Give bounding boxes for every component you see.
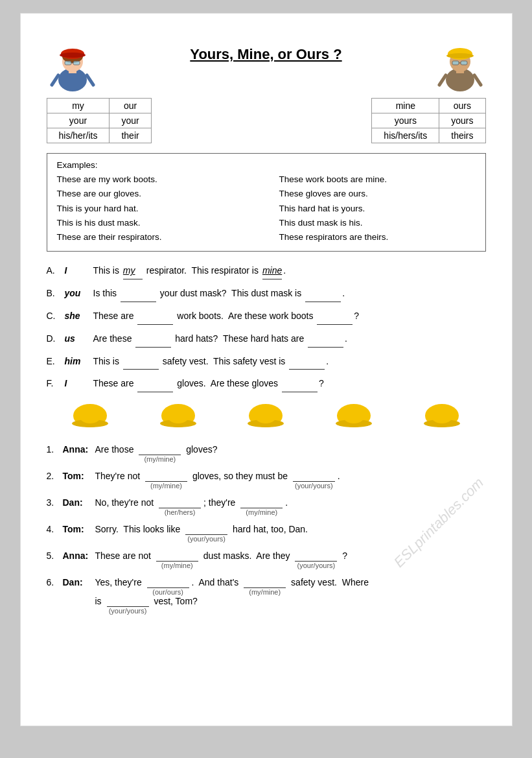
blank-d2[interactable] <box>308 331 343 348</box>
exercise-text-f: These are gloves. Are these gloves ? <box>93 376 486 392</box>
avatar-right <box>434 33 486 91</box>
pronouns-section: my our your your his/her/its their mine … <box>47 98 486 143</box>
pronoun-cell: mine <box>372 99 439 113</box>
blank-f2[interactable] <box>282 376 318 392</box>
blank-c2[interactable] <box>317 309 353 325</box>
dia-text-5: These are not (my/mine) dust masks. Are … <box>95 551 486 569</box>
svg-rect-8 <box>73 61 80 65</box>
pronoun-cell: ours <box>439 99 485 113</box>
pronoun-a: I <box>65 263 91 279</box>
blank-1a[interactable]: (my/mine) <box>137 444 182 463</box>
exercise-text-e: This is safety vest. This safety vest is… <box>93 354 486 370</box>
blank-e2[interactable] <box>289 354 325 370</box>
pronoun-b: you <box>65 286 91 302</box>
hint-3a: (her/hers) <box>165 508 196 516</box>
exercise-row-d: D. us Are these hard hats? These hard ha… <box>47 331 486 348</box>
blank-6c[interactable]: (your/yours) <box>106 596 150 615</box>
blank-2b[interactable]: (your/yours) <box>292 471 336 490</box>
dia-speaker-1: Anna: <box>63 444 95 455</box>
hardhat-5 <box>422 401 461 434</box>
exercise-row-a: A. I This is my respirator. This respira… <box>47 263 486 279</box>
blank-6a[interactable]: (our/ours) <box>146 577 191 596</box>
exercise-row-c: C. she These are work boots. Are these w… <box>47 309 486 325</box>
dia-text-6: Yes, they're (our/ours) . And that's (my… <box>95 577 486 615</box>
dialogue-row-4: 4. Tom: Sorry. This looks like (your/you… <box>47 524 486 543</box>
svg-line-11 <box>87 75 93 85</box>
fill-in-exercises: A. I This is my respirator. This respira… <box>47 263 486 392</box>
avatar-left <box>47 33 98 91</box>
pronoun-cell: our <box>110 99 151 113</box>
hint-3b: (my/mine) <box>246 508 277 516</box>
hint-6b: (my/mine) <box>249 588 281 596</box>
pronoun-cell: your <box>47 113 110 128</box>
dia-num-1: 1. <box>47 444 63 455</box>
pronoun-c: she <box>65 309 91 324</box>
dialogue-row-6: 6. Dan: Yes, they're (our/ours) . And th… <box>47 577 486 615</box>
blank-e1[interactable] <box>123 354 159 370</box>
dia-num-6: 6. <box>47 577 63 587</box>
hardhat-2 <box>159 401 198 434</box>
examples-col-left: These are my work boots. These are our g… <box>57 172 253 244</box>
hint-5b: (your/yours) <box>297 562 336 569</box>
svg-point-37 <box>430 405 454 423</box>
hardhat-row <box>47 401 486 434</box>
blank-4a[interactable]: (your/yours) <box>184 524 229 543</box>
blank-d1[interactable] <box>135 331 171 348</box>
blank-5b[interactable]: (your/yours) <box>294 551 338 569</box>
examples-columns: These are my work boots. These are our g… <box>57 172 476 244</box>
blank-b2[interactable] <box>305 286 341 302</box>
blank-5a[interactable]: (my/mine) <box>155 551 200 569</box>
dia-text-1: Are those (my/mine) gloves? <box>95 444 486 463</box>
dia-speaker-6: Dan: <box>63 577 95 587</box>
exercise-letter-f: F. <box>47 376 65 392</box>
exercise-text-a: This is my respirator. This respirator i… <box>93 263 486 279</box>
exercise-letter-e: E. <box>47 354 65 370</box>
examples-title: Examples: <box>57 160 476 170</box>
hint-5a: (my/mine) <box>161 562 193 569</box>
hint-6c: (your/yours) <box>109 607 147 615</box>
pronoun-cell: my <box>47 99 110 113</box>
pronoun-cell: their <box>110 128 151 143</box>
dia-text-3: No, they're not (her/hers) ; they're (my… <box>95 497 486 516</box>
dialogue-row-5: 5. Anna: These are not (my/mine) dust ma… <box>47 551 486 569</box>
exercise-row-b: B. you Is this your dust mask? This dust… <box>47 286 486 302</box>
blank-b1[interactable] <box>121 286 156 302</box>
pronoun-cell: his/hers/its <box>372 128 439 143</box>
blank-c1[interactable] <box>137 309 173 325</box>
exercise-letter-a: A. <box>47 263 65 279</box>
svg-point-25 <box>78 405 102 423</box>
blank-f1[interactable] <box>137 376 173 392</box>
svg-line-10 <box>52 75 58 85</box>
svg-rect-7 <box>65 61 71 65</box>
dia-speaker-3: Dan: <box>63 497 95 508</box>
blank-2a[interactable]: (my/mine) <box>144 471 189 490</box>
exercise-text-b: Is this your dust mask? This dust mask i… <box>93 286 486 302</box>
dia-text-2: They're not (my/mine) gloves, so they mu… <box>95 471 486 490</box>
svg-rect-18 <box>452 61 459 65</box>
blank-3b[interactable]: (my/mine) <box>239 497 284 516</box>
hint-4a: (your/yours) <box>187 535 226 543</box>
hardhat-4 <box>334 401 373 434</box>
dia-num-4: 4. <box>47 524 63 534</box>
pronoun-cell: his/her/its <box>47 128 110 143</box>
blank-3a[interactable]: (her/hers) <box>157 497 202 516</box>
pronoun-cell: yours <box>439 113 485 128</box>
svg-point-34 <box>342 405 365 423</box>
blank-a2[interactable]: mine <box>262 263 282 279</box>
pronoun-cell: theirs <box>439 128 485 143</box>
hint-2a: (my/mine) <box>150 482 182 490</box>
svg-line-22 <box>474 75 481 85</box>
svg-line-21 <box>439 75 446 85</box>
examples-box: Examples: These are my work boots. These… <box>47 153 486 252</box>
pronoun-cell: your <box>110 113 151 128</box>
dia-text-4: Sorry. This looks like (your/yours) hard… <box>95 524 486 543</box>
blank-6b[interactable]: (my/mine) <box>242 577 287 596</box>
page-title: Yours, Mine, or Ours ? <box>98 46 434 63</box>
pronoun-f: I <box>65 376 91 392</box>
dia-speaker-4: Tom: <box>63 524 95 534</box>
blank-a1[interactable]: my <box>123 263 143 279</box>
hardhat-1 <box>71 401 110 434</box>
dia-num-3: 3. <box>47 497 63 508</box>
hint-1a: (my/mine) <box>144 455 176 463</box>
dia-speaker-2: Tom: <box>63 471 95 481</box>
